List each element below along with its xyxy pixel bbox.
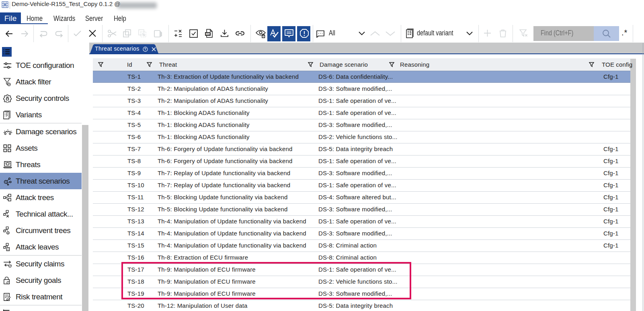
svg-text:PDF: PDF <box>206 33 211 35</box>
